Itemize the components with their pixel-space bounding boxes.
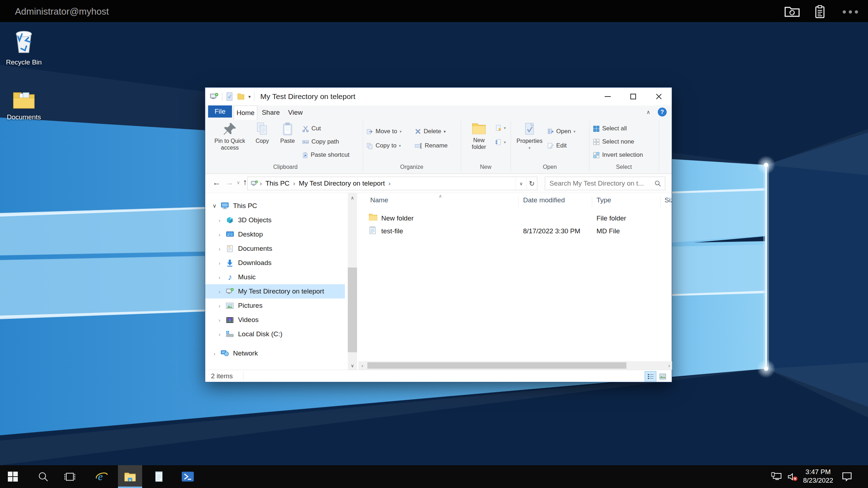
nav-scrollbar[interactable]: ∧	[348, 193, 357, 361]
horizontal-scrollbar-thumb[interactable]	[367, 362, 626, 369]
action-center-button[interactable]	[838, 465, 856, 488]
more-options-icon[interactable]	[840, 9, 858, 15]
nav-item-downloads[interactable]: › Downloads	[205, 256, 348, 270]
copy-button[interactable]: Copy	[249, 122, 275, 144]
tab-view[interactable]: View	[285, 105, 306, 120]
properties-button[interactable]: Properties ▾	[514, 122, 545, 151]
forward-button[interactable]: →	[225, 178, 233, 187]
sort-ascending-icon[interactable]: ∧	[439, 193, 442, 199]
address-dropdown-icon[interactable]: ∨	[516, 177, 526, 190]
tree-expand-icon[interactable]: ›	[216, 289, 223, 295]
folder-transfer-icon[interactable]	[784, 6, 800, 18]
select-all-button[interactable]: Select all	[593, 123, 627, 134]
invert-selection-button[interactable]: Invert selection	[593, 150, 643, 160]
cut-button[interactable]: Cut	[302, 123, 321, 134]
file-explorer-button[interactable]	[118, 465, 142, 488]
tab-file[interactable]: File	[208, 105, 232, 118]
new-folder-quick-icon[interactable]	[237, 93, 245, 100]
tree-expand-icon[interactable]: ›	[216, 246, 223, 252]
collapse-ribbon-icon[interactable]: ∧	[646, 109, 650, 115]
tree-expand-icon[interactable]: ›	[216, 331, 223, 337]
move-to-button[interactable]: Move to▾	[366, 126, 402, 137]
recent-locations-icon[interactable]: ∨	[237, 180, 240, 185]
minimize-button[interactable]	[595, 88, 620, 105]
internet-explorer-button[interactable]: e	[91, 465, 113, 488]
tree-collapse-icon[interactable]: ∨	[211, 203, 218, 209]
breadcrumb-current-folder[interactable]: My Test Directory on teleport	[299, 180, 385, 187]
desktop-icon-recycle-bin[interactable]: Recycle Bin	[1, 28, 46, 66]
tree-expand-icon[interactable]: ›	[216, 303, 223, 309]
nav-item-my-test-directory[interactable]: › My Test Directory on teleport	[205, 284, 345, 298]
nav-item-this-pc[interactable]: ∨ This PC	[205, 199, 348, 213]
nav-item-documents[interactable]: › Documents	[205, 242, 348, 256]
easy-access-button[interactable]: ▾	[495, 137, 506, 147]
paste-shortcut-button[interactable]: Paste shortcut	[302, 150, 350, 160]
desktop[interactable]: Recycle Bin Documents ▾	[0, 22, 868, 465]
nav-scroll-down-icon[interactable]: ∨	[348, 361, 357, 370]
nav-item-3d-objects[interactable]: › 3D Objects	[205, 213, 348, 227]
close-button[interactable]	[646, 88, 672, 105]
column-header-size[interactable]: Size	[665, 196, 672, 204]
pin-to-quick-access-button[interactable]: Pin to Quickaccess	[212, 122, 248, 151]
new-item-button[interactable]: ▾	[495, 123, 506, 133]
paste-button[interactable]: Paste	[276, 122, 299, 144]
volume-muted-icon[interactable]	[785, 465, 800, 488]
file-row-name[interactable]: test-file	[381, 227, 403, 235]
up-button[interactable]: ↑	[243, 177, 247, 187]
tree-expand-icon[interactable]: ›	[216, 232, 223, 238]
tree-expand-icon[interactable]: ›	[216, 317, 223, 323]
copy-to-button[interactable]: Copy to▾	[366, 140, 401, 151]
column-header-name[interactable]: Name	[370, 196, 388, 204]
file-row-name[interactable]: New folder	[381, 214, 414, 222]
taskbar-clock[interactable]: 3:47 PM 8/23/2022	[801, 468, 835, 485]
open-button[interactable]: Open▾	[547, 126, 575, 137]
qat-customize-icon[interactable]: ▾	[248, 94, 251, 99]
tree-expand-icon[interactable]: ›	[211, 351, 218, 357]
powershell-button[interactable]	[177, 465, 198, 488]
clipboard-icon[interactable]	[814, 5, 826, 19]
scroll-left-icon[interactable]: ‹	[358, 361, 366, 370]
column-header-date-modified[interactable]: Date modified	[523, 196, 565, 204]
search-input[interactable]	[545, 180, 654, 187]
nav-scrollbar-thumb[interactable]	[348, 268, 357, 352]
nav-item-music[interactable]: › ♪ Music	[205, 270, 348, 284]
address-bar[interactable]: › This PC › My Test Directory on telepor…	[247, 177, 537, 190]
task-view-button[interactable]	[59, 465, 81, 488]
nav-item-videos[interactable]: › Videos	[205, 313, 348, 327]
scroll-right-icon[interactable]: ›	[666, 361, 672, 370]
nav-item-pictures[interactable]: › Pictures	[205, 298, 348, 313]
window-titlebar[interactable]: ▾ My Test Directory on teleport	[205, 88, 672, 105]
copy-path-button[interactable]: Copy path	[302, 136, 339, 147]
tab-home[interactable]: Home	[234, 105, 257, 120]
desktop-icon-documents[interactable]: Documents	[1, 90, 46, 121]
refresh-icon[interactable]: ↻	[526, 177, 537, 190]
maximize-button[interactable]	[620, 88, 646, 105]
network-tray-icon[interactable]	[769, 465, 785, 488]
search-icon[interactable]	[654, 180, 661, 187]
nav-item-desktop[interactable]: › Desktop	[205, 227, 348, 242]
properties-quick-icon[interactable]	[226, 92, 233, 101]
edit-button[interactable]: Edit	[547, 140, 567, 151]
taskbar: e 3:47 PM 8/23/2022	[0, 465, 868, 488]
taskbar-search-button[interactable]	[32, 465, 54, 488]
help-icon[interactable]: ?	[658, 108, 667, 116]
scroll-up-icon[interactable]: ∧	[348, 193, 357, 201]
tree-expand-icon[interactable]: ›	[216, 274, 223, 280]
tree-expand-icon[interactable]: ›	[216, 260, 223, 266]
nav-item-local-disk-c[interactable]: › Local Disk (C:)	[205, 327, 348, 341]
rename-button[interactable]: Rename	[415, 140, 448, 151]
back-button[interactable]: ←	[212, 178, 221, 187]
select-none-button[interactable]: Select none	[593, 136, 634, 147]
tab-share[interactable]: Share	[260, 105, 281, 120]
search-box[interactable]	[545, 177, 665, 190]
breadcrumb-this-pc[interactable]: This PC	[265, 180, 290, 187]
new-folder-button[interactable]: Newfolder	[464, 122, 494, 150]
start-button[interactable]	[2, 465, 24, 488]
tree-expand-icon[interactable]: ›	[216, 217, 223, 223]
column-header-type[interactable]: Type	[596, 196, 611, 204]
nav-item-network[interactable]: › Network	[205, 346, 348, 360]
details-view-button[interactable]	[645, 371, 656, 381]
large-icons-view-button[interactable]	[657, 371, 668, 381]
delete-button[interactable]: Delete▾	[415, 126, 446, 137]
notepad-button[interactable]	[148, 465, 170, 488]
